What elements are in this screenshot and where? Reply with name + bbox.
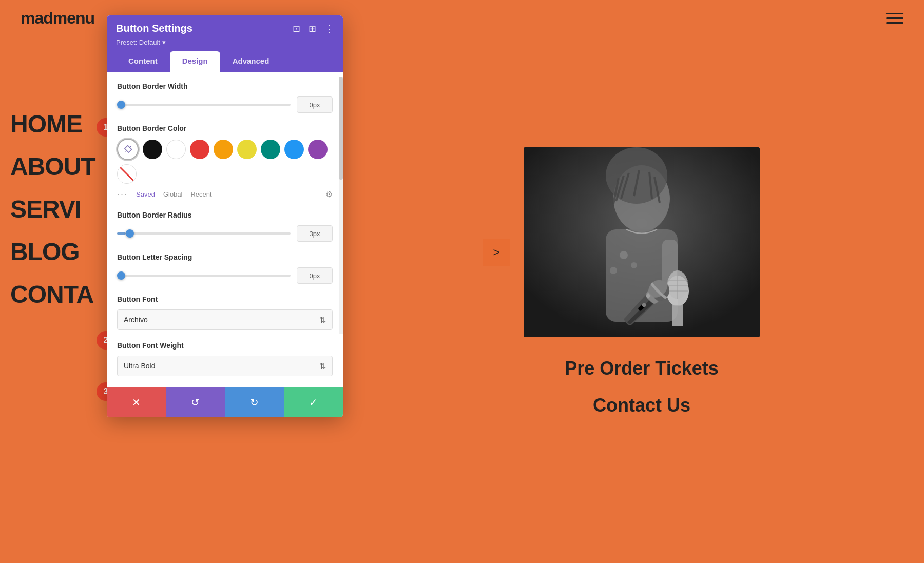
nav-item-about[interactable]: ABOUT — [0, 145, 108, 188]
carousel-arrow-right[interactable]: > — [483, 239, 510, 266]
color-swatch-transparent[interactable] — [117, 164, 137, 184]
scroll-indicator — [339, 77, 343, 334]
tab-advanced[interactable]: Advanced — [220, 51, 282, 72]
panel-preset[interactable]: Preset: Default ▾ — [116, 38, 334, 46]
nav-menu: HOME ABOUT SERVI BLOG CONTA — [0, 103, 108, 316]
panel-actions: ✕ ↺ ↻ ✓ — [107, 387, 343, 417]
eyedropper-button[interactable] — [117, 139, 139, 160]
svg-point-20 — [631, 262, 637, 268]
fullscreen-icon[interactable]: ⊡ — [293, 23, 300, 34]
singer-image-inner — [524, 147, 760, 337]
color-picker-row — [117, 139, 333, 184]
border-radius-fill — [117, 232, 126, 235]
color-swatch-black[interactable] — [143, 140, 162, 159]
svg-point-21 — [610, 267, 617, 274]
border-radius-track[interactable] — [117, 232, 291, 235]
border-radius-thumb[interactable] — [126, 229, 134, 238]
border-width-section: Button Border Width 0px — [117, 82, 333, 113]
border-width-label: Button Border Width — [117, 82, 333, 90]
panel-header-icons: ⊡ ⊞ ⋮ — [293, 23, 334, 34]
panel-tabs: Content Design Advanced — [116, 51, 334, 72]
border-width-track[interactable] — [117, 104, 291, 106]
undo-button[interactable]: ↺ — [166, 387, 225, 417]
more-icon[interactable]: ⋮ — [324, 23, 334, 34]
panel-title: Button Settings — [116, 23, 192, 34]
letter-spacing-label: Button Letter Spacing — [117, 253, 333, 261]
letter-spacing-section: Button Letter Spacing 0px — [117, 253, 333, 284]
nav-item-services[interactable]: SERVI — [0, 188, 108, 230]
logo: madmenu — [21, 9, 94, 28]
nav-item-contact[interactable]: CONTA — [0, 273, 108, 316]
font-weight-select[interactable]: Ultra Bold ⇅ — [117, 356, 333, 376]
font-weight-select-arrow: ⇅ — [319, 361, 326, 371]
letter-spacing-value[interactable]: 0px — [297, 267, 333, 284]
border-width-thumb[interactable] — [117, 101, 125, 109]
tab-design[interactable]: Design — [170, 51, 220, 72]
color-swatch-red[interactable] — [190, 140, 209, 159]
color-swatch-amber[interactable] — [214, 140, 233, 159]
contact-text: Contact Us — [593, 395, 690, 416]
singer-image — [524, 147, 760, 337]
color-tabs-row: ··· Saved Global Recent ⚙ — [117, 189, 333, 200]
font-section: Button Font Archivo ⇅ — [117, 295, 333, 330]
right-content: > — [359, 0, 924, 563]
border-radius-value[interactable]: 3px — [297, 225, 333, 242]
font-select-arrow: ⇅ — [319, 315, 326, 325]
nav-item-home[interactable]: HOME — [0, 103, 108, 145]
border-width-slider-row: 0px — [117, 96, 333, 113]
color-swatch-purple[interactable] — [308, 140, 328, 159]
border-radius-label: Button Border Radius — [117, 211, 333, 219]
layout-icon[interactable]: ⊞ — [309, 23, 316, 34]
letter-spacing-thumb[interactable] — [117, 271, 125, 280]
svg-point-19 — [620, 251, 628, 259]
border-color-section: Button Border Color — [117, 124, 333, 200]
color-more-dots[interactable]: ··· — [117, 189, 128, 200]
color-swatch-teal[interactable] — [261, 140, 280, 159]
font-weight-value: Ultra Bold — [124, 362, 155, 370]
color-tab-recent[interactable]: Recent — [190, 190, 211, 198]
svg-rect-6 — [672, 305, 683, 326]
font-label: Button Font — [117, 295, 333, 303]
border-radius-slider-row: 3px — [117, 225, 333, 242]
panel-header: Button Settings ⊡ ⊞ ⋮ Preset: Default ▾ … — [107, 15, 343, 72]
font-weight-section: Button Font Weight Ultra Bold ⇅ — [117, 341, 333, 376]
panel-title-row: Button Settings ⊡ ⊞ ⋮ — [116, 23, 334, 34]
color-tab-global[interactable]: Global — [163, 190, 183, 198]
border-color-label: Button Border Color — [117, 124, 333, 132]
color-settings-icon[interactable]: ⚙ — [325, 189, 333, 199]
ticket-text: Pre Order Tickets — [565, 358, 719, 379]
color-swatch-yellow[interactable] — [237, 140, 257, 159]
settings-panel: Button Settings ⊡ ⊞ ⋮ Preset: Default ▾ … — [107, 15, 343, 417]
color-swatch-blue[interactable] — [284, 140, 304, 159]
font-select[interactable]: Archivo ⇅ — [117, 309, 333, 330]
scroll-thumb[interactable] — [339, 77, 343, 180]
nav-item-blog[interactable]: BLOG — [0, 230, 108, 273]
letter-spacing-track[interactable] — [117, 275, 291, 277]
tab-content[interactable]: Content — [116, 51, 170, 72]
color-swatch-white[interactable] — [166, 140, 186, 159]
border-width-value[interactable]: 0px — [297, 96, 333, 113]
confirm-button[interactable]: ✓ — [284, 387, 343, 417]
font-value: Archivo — [124, 316, 148, 324]
font-weight-label: Button Font Weight — [117, 341, 333, 350]
border-radius-section: Button Border Radius 3px — [117, 211, 333, 242]
redo-button[interactable]: ↻ — [225, 387, 284, 417]
panel-body: Button Border Width 0px Button Border Co… — [107, 72, 343, 387]
letter-spacing-slider-row: 0px — [117, 267, 333, 284]
color-tab-saved[interactable]: Saved — [136, 190, 155, 198]
cancel-button[interactable]: ✕ — [107, 387, 166, 417]
